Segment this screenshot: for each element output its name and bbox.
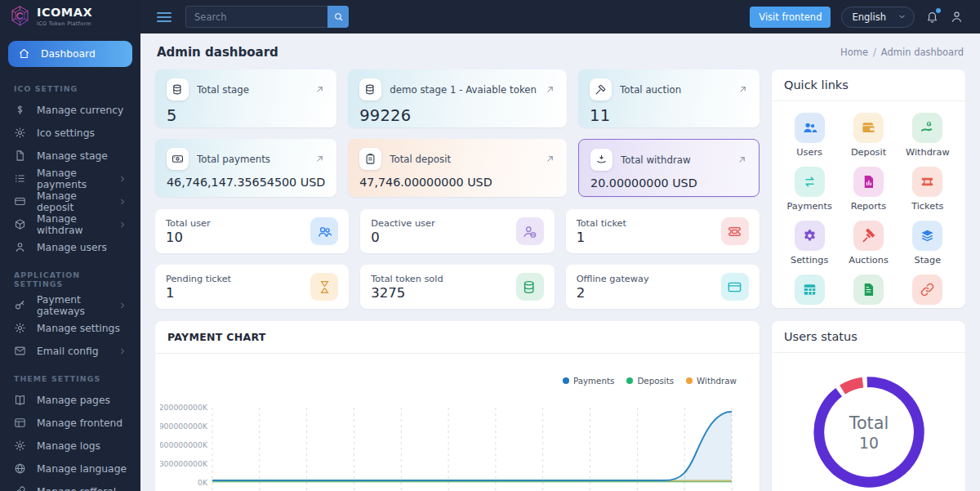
quick-link-reports[interactable]: Reports xyxy=(839,167,898,212)
quick-link-withdraw[interactable]: Withdraw xyxy=(898,113,957,158)
open-link-icon[interactable] xyxy=(545,84,555,95)
stat-card-total-deposit[interactable]: Total deposit 47,746.00000000 USD xyxy=(348,139,567,197)
hourglass-icon xyxy=(317,279,332,295)
app-root: ICOMAX ICO Token Platform Dashboard ICO … xyxy=(0,0,980,491)
stat-card-value: 10 xyxy=(166,230,211,245)
svg-text:1200000000K: 1200000000K xyxy=(160,403,208,412)
open-link-icon[interactable] xyxy=(314,154,325,164)
cash-icon xyxy=(172,153,184,165)
quick-link-label: Settings xyxy=(791,255,828,266)
sidebar-item-payment-gateways[interactable]: Payment gateways xyxy=(0,294,140,317)
list-icon xyxy=(14,172,26,185)
quick-link-frontend[interactable]: Frontend xyxy=(780,275,839,308)
quick-link-users[interactable]: Users xyxy=(780,113,839,158)
quick-link-label: Payments xyxy=(786,201,831,212)
legend-item-payments: Payments xyxy=(563,376,614,386)
stat-card-total-withdraw[interactable]: Total withdraw 20.00000000 USD xyxy=(578,139,760,197)
file-chart-icon xyxy=(861,174,876,190)
sidebar-item-dashboard[interactable]: Dashboard xyxy=(8,41,132,67)
chart-legend: Payments Deposits Withdraw xyxy=(155,354,760,396)
clipboard-icon xyxy=(364,153,376,165)
arrow-up-right-icon xyxy=(314,154,325,164)
stat-card-label: Total token sold xyxy=(371,274,443,284)
arrow-up-right-icon xyxy=(545,84,555,95)
brand-logo-icon xyxy=(9,5,31,27)
sidebar-item-manage-users[interactable]: Manage users xyxy=(0,236,140,259)
sidebar-item-manage-withdraw[interactable]: Manage withdraw xyxy=(0,213,140,236)
search-button[interactable] xyxy=(327,6,349,28)
open-link-icon[interactable] xyxy=(314,84,325,95)
sidebar-item-manage-payments[interactable]: Manage payments xyxy=(0,167,140,190)
breadcrumb-home-link[interactable]: Home xyxy=(840,47,868,58)
sidebar-item-manage-language[interactable]: Manage language xyxy=(0,458,140,480)
sidebar-item-manage-logs[interactable]: Manage logs xyxy=(0,435,140,458)
sidebar-item-ico-settings[interactable]: Ico settings xyxy=(0,122,140,145)
sidebar-item-manage-stage[interactable]: Manage stage xyxy=(0,145,140,167)
sidebar-item-manage-deposit[interactable]: Manage deposit xyxy=(0,190,140,213)
search-input[interactable] xyxy=(185,6,327,28)
stat-card-label: demo stage 1 - Avaiable token xyxy=(390,84,537,96)
stat-card-total-stage[interactable]: Total stage 5 xyxy=(155,69,336,127)
ticket-solid-icon xyxy=(920,174,935,190)
ticket-icon xyxy=(727,224,742,239)
chevron-right-icon xyxy=(118,175,127,183)
quick-link-tickets[interactable]: Tickets xyxy=(898,167,957,212)
arrow-up-right-icon xyxy=(737,84,748,95)
users-status-donut-svg: Total 10 xyxy=(800,364,938,491)
visit-frontend-button[interactable]: Visit frontend xyxy=(750,7,831,28)
sidebar-item-manage-frontend[interactable]: Manage frontend xyxy=(0,412,140,435)
quick-link-referral[interactable]: Referral xyxy=(898,275,957,308)
stat-card-label: Total user xyxy=(166,218,211,229)
stat-cards-gradient: Total stage 5 demo stage 1 - Avaiable to… xyxy=(155,69,760,197)
sidebar-item-manage-refferal[interactable]: Manage refferal xyxy=(0,480,140,491)
menu-toggle-icon[interactable] xyxy=(157,12,172,22)
svg-text:10: 10 xyxy=(859,435,879,452)
language-select[interactable]: English xyxy=(841,7,915,28)
stat-card-value: 0 xyxy=(371,230,434,245)
stat-card-total-token-sold: Total token sold 3275 xyxy=(360,265,554,309)
sidebar-section-label: ICO SETTING xyxy=(0,73,140,99)
notifications-button[interactable] xyxy=(925,10,939,24)
users-icon xyxy=(317,224,332,239)
svg-text:300000000K: 300000000K xyxy=(160,459,208,468)
open-link-icon[interactable] xyxy=(737,84,748,95)
stat-cards-mini: Total user 10 Deactive user 0 Total tick… xyxy=(155,209,760,309)
chevron-right-icon xyxy=(118,347,127,355)
sidebar-item-manage-currency[interactable]: Manage currency xyxy=(0,99,140,122)
stat-card-total-payments[interactable]: Total payments 46,746,147.35654500 USD xyxy=(155,139,336,197)
sidebar-section-label: APPLICATION SETTINGS xyxy=(0,259,140,294)
quick-link-logs[interactable]: Logs xyxy=(839,275,898,308)
quick-links-panel: Quick links Users Deposit Withdraw Payme… xyxy=(772,69,965,308)
sidebar: ICOMAX ICO Token Platform Dashboard ICO … xyxy=(0,0,140,491)
sidebar-item-manage-settings[interactable]: Manage settings xyxy=(0,317,140,340)
file-text-icon xyxy=(861,282,876,297)
coins-icon xyxy=(364,83,376,96)
quick-link-payments[interactable]: Payments xyxy=(780,167,839,212)
gear-solid-icon xyxy=(802,228,817,243)
brand-name: ICOMAX xyxy=(37,7,92,19)
open-link-icon[interactable] xyxy=(545,154,555,164)
users-status-title: Users status xyxy=(772,321,965,353)
quick-link-stage[interactable]: Stage xyxy=(898,221,957,266)
payment-chart-svg: 1200000000K900000000K600000000K300000000… xyxy=(160,396,742,491)
open-link-icon[interactable] xyxy=(737,154,747,165)
brand-logo[interactable]: ICOMAX ICO Token Platform xyxy=(0,0,140,33)
sidebar-item-email-config[interactable]: Email config xyxy=(0,340,140,363)
sidebar-item-manage-pages[interactable]: Manage pages xyxy=(0,389,140,412)
quick-link-auctions[interactable]: Auctions xyxy=(839,221,898,266)
chevron-right-icon xyxy=(118,301,127,310)
profile-button[interactable] xyxy=(950,10,964,24)
sidebar-item-label: Manage deposit xyxy=(37,190,108,213)
quick-link-deposit[interactable]: Deposit xyxy=(839,113,898,158)
stat-card-value: 99226 xyxy=(359,106,555,125)
stat-card-total-auction[interactable]: Total auction 11 xyxy=(578,69,760,127)
stat-card-label: Offline gateway xyxy=(577,274,649,284)
quick-link-settings[interactable]: Settings xyxy=(780,221,839,266)
page-title: Admin dashboard xyxy=(157,45,278,60)
chevron-right-icon xyxy=(118,221,127,229)
stat-card-label: Deactive user xyxy=(371,218,434,229)
gavel-icon xyxy=(595,83,607,96)
users-status-panel: Users status Total 10 xyxy=(772,321,965,491)
stat-card-demo-stage-1-avaiable-token[interactable]: demo stage 1 - Avaiable token 99226 xyxy=(348,69,567,127)
quick-links-title: Quick links xyxy=(772,69,965,101)
